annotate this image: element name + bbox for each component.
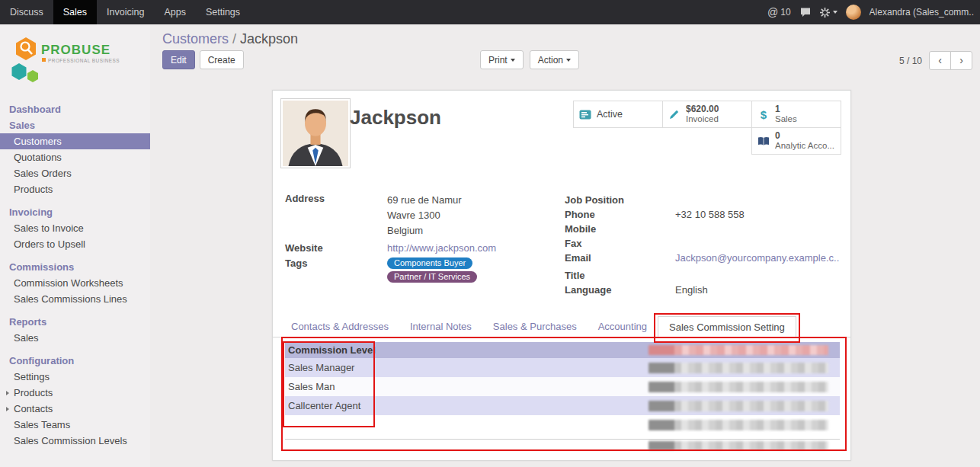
email-link[interactable]: Jackpson@yourcompany.example.c.. bbox=[675, 252, 839, 264]
redacted-region bbox=[649, 441, 828, 450]
job-position-field: Job Position bbox=[565, 194, 839, 206]
sidebar-item-sales-orders[interactable]: Sales Orders bbox=[0, 165, 150, 181]
sidebar-item-dashboard[interactable]: Dashboard bbox=[0, 101, 150, 117]
sidebar-item-configuration[interactable]: Configuration bbox=[0, 353, 150, 369]
invoiced-stat-button[interactable]: $620.00 Invoiced bbox=[662, 101, 752, 128]
active-stat-button[interactable]: Active bbox=[573, 101, 663, 128]
sidebar-item-customers[interactable]: Customers bbox=[0, 133, 150, 149]
sidebar-item-commission-worksheets[interactable]: Commission Worksheets bbox=[0, 275, 150, 291]
svg-text:PROFESSIONAL BUSINESS: PROFESSIONAL BUSINESS bbox=[48, 58, 120, 63]
sidebar-section-reports: Reports Sales bbox=[0, 314, 150, 346]
sidebar-item-commissions[interactable]: Commissions bbox=[0, 259, 150, 275]
book-icon bbox=[757, 136, 770, 146]
form-sheet: Jackpson Active $620.00 bbox=[272, 90, 851, 461]
address-field: Address 69 rue de Namur Wavre 1300 Belgi… bbox=[285, 193, 548, 238]
sidebar-item-reports[interactable]: Reports bbox=[0, 314, 150, 330]
table-row[interactable]: Sales Manager bbox=[285, 358, 840, 377]
sidebar-item-orders-to-upsell[interactable]: Orders to Upsell bbox=[0, 236, 150, 252]
sidebar-item-invoicing[interactable]: Invoicing bbox=[0, 204, 150, 220]
language-value: English bbox=[675, 284, 708, 296]
tab-internal-notes[interactable]: Internal Notes bbox=[399, 316, 482, 337]
pager-next-button[interactable]: › bbox=[950, 51, 972, 70]
fax-field: Fax bbox=[565, 238, 839, 249]
fax-label: Fax bbox=[565, 238, 675, 249]
mobile-label: Mobile bbox=[565, 223, 675, 235]
table-header-row: Commission Level bbox=[285, 342, 840, 358]
topmenu-settings[interactable]: Settings bbox=[196, 0, 250, 24]
debug-gear-icon[interactable] bbox=[820, 8, 837, 18]
sales-stat-button[interactable]: $ 1 Sales bbox=[751, 101, 841, 128]
commission-level-cell: Sales Manager bbox=[285, 362, 649, 373]
sidebar-section-invoicing: Invoicing Sales to Invoice Orders to Ups… bbox=[0, 204, 150, 252]
sidebar-item-config-contacts[interactable]: Contacts bbox=[0, 401, 150, 417]
user-menu[interactable]: Alexandra (Sales_comm.. bbox=[870, 7, 974, 18]
print-label: Print bbox=[488, 55, 508, 66]
sales-count-label: Sales bbox=[775, 114, 797, 124]
title-label: Title bbox=[565, 270, 675, 281]
address-label: Address bbox=[285, 193, 387, 238]
left-field-group: Address 69 rue de Namur Wavre 1300 Belgi… bbox=[285, 193, 548, 286]
right-field-group: Job Position Phone +32 10 588 558 Mobile… bbox=[565, 194, 839, 299]
user-avatar[interactable] bbox=[846, 5, 861, 20]
table-row[interactable] bbox=[285, 415, 840, 434]
sidebar-section-commissions: Commissions Commission Worksheets Sales … bbox=[0, 259, 150, 307]
sidebar-item-reports-sales[interactable]: Sales bbox=[0, 330, 150, 346]
phone-field: Phone +32 10 588 558 bbox=[565, 209, 839, 220]
sidebar-item-quotations[interactable]: Quotations bbox=[0, 149, 150, 165]
website-link[interactable]: http://www.jackpson.com bbox=[387, 242, 496, 254]
user-name: Alexandra (Sales_comm.. bbox=[870, 7, 974, 18]
pager-previous-button[interactable]: ‹ bbox=[929, 51, 951, 70]
topmenu-invoicing[interactable]: Invoicing bbox=[97, 0, 154, 24]
pencil-icon bbox=[668, 109, 681, 120]
tab-sales-commission-setting[interactable]: Sales Commission Setting bbox=[658, 316, 796, 337]
sidebar-item-sales-commissions-lines[interactable]: Sales Commissions Lines bbox=[0, 291, 150, 307]
topmenu-sales[interactable]: Sales bbox=[53, 0, 97, 24]
chevron-down-icon bbox=[511, 59, 515, 62]
sidebar-section-configuration: Configuration Settings Products Contacts… bbox=[0, 353, 150, 449]
edit-button[interactable]: Edit bbox=[162, 50, 195, 69]
language-field: Language English bbox=[565, 284, 839, 296]
sidebar-item-sales[interactable]: Sales bbox=[0, 117, 150, 133]
analytic-stat-button[interactable]: 0 Analytic Acco... bbox=[751, 127, 841, 155]
chevron-right-icon bbox=[6, 407, 9, 411]
phone-label: Phone bbox=[565, 209, 675, 220]
sidebar-item-sales-commission-levels[interactable]: Sales Commission Levels bbox=[0, 433, 150, 449]
sidebar-item-products[interactable]: Products bbox=[0, 181, 150, 197]
invoiced-label: Invoiced bbox=[686, 114, 719, 124]
sidebar-item-label: Contacts bbox=[14, 403, 53, 414]
top-navbar: Discuss Sales Invoicing Apps Settings @ … bbox=[0, 0, 980, 24]
create-button[interactable]: Create bbox=[200, 50, 244, 69]
sidebar-item-settings[interactable]: Settings bbox=[0, 369, 150, 385]
tab-contacts-addresses[interactable]: Contacts & Addresses bbox=[280, 316, 399, 337]
job-position-label: Job Position bbox=[565, 194, 675, 206]
analytic-count-label: Analytic Acco... bbox=[775, 141, 834, 151]
table-row[interactable]: Sales Man bbox=[285, 377, 840, 396]
hexagon-shape bbox=[16, 37, 36, 60]
breadcrumb-customers[interactable]: Customers bbox=[162, 31, 229, 46]
breadcrumb: Customers / Jackpson bbox=[162, 31, 298, 47]
sidebar-section-sales: Sales Customers Quotations Sales Orders … bbox=[0, 117, 150, 197]
address-line: Wavre 1300 bbox=[387, 208, 462, 223]
tab-sales-purchases[interactable]: Sales & Purchases bbox=[482, 316, 588, 337]
mentions-counter[interactable]: @ 10 bbox=[767, 6, 791, 18]
action-dropdown[interactable]: Action bbox=[530, 50, 579, 69]
notebook-tabs: Contacts & Addresses Internal Notes Sale… bbox=[273, 316, 850, 337]
chat-bubble-icon[interactable] bbox=[799, 7, 812, 18]
record-pager: 5 / 10 ‹ › bbox=[899, 51, 972, 70]
table-row[interactable]: Callcenter Agent bbox=[285, 396, 840, 415]
title-field: Title bbox=[565, 270, 839, 281]
topmenu-apps[interactable]: Apps bbox=[154, 0, 196, 24]
print-dropdown[interactable]: Print bbox=[480, 50, 524, 69]
sidebar-item-config-products[interactable]: Products bbox=[0, 385, 150, 401]
action-buttons: Print Action bbox=[480, 50, 579, 69]
email-label: Email bbox=[565, 252, 675, 264]
redacted-region bbox=[649, 420, 828, 430]
topmenu-discuss[interactable]: Discuss bbox=[0, 0, 53, 24]
customer-photo bbox=[280, 98, 351, 168]
sidebar-item-sales-to-invoice[interactable]: Sales to Invoice bbox=[0, 220, 150, 236]
redacted-region bbox=[649, 345, 828, 355]
topbar-systray: @ 10 Alexandra (Sales_comm.. bbox=[767, 5, 980, 20]
commission-level-header: Commission Level bbox=[285, 342, 649, 358]
tab-accounting[interactable]: Accounting bbox=[588, 316, 658, 337]
sidebar-item-sales-teams[interactable]: Sales Teams bbox=[0, 417, 150, 433]
